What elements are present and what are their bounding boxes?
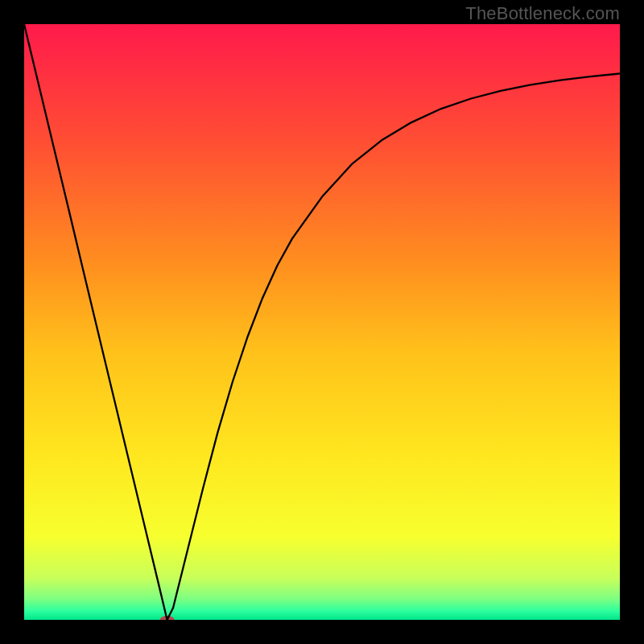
chart-svg — [24, 24, 620, 620]
gradient-background — [24, 24, 620, 620]
plot-area — [24, 24, 620, 620]
chart-frame: TheBottleneck.com — [0, 0, 644, 644]
watermark-text: TheBottleneck.com — [465, 3, 620, 24]
